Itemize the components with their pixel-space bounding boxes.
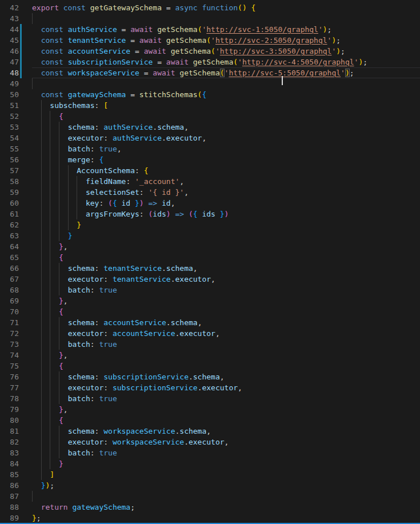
line-number[interactable]: 55 bbox=[0, 143, 32, 154]
code-line[interactable]: 68 batch: true bbox=[0, 285, 420, 295]
code-line[interactable]: 49 bbox=[0, 78, 420, 89]
code-line-content[interactable]: }); bbox=[32, 480, 420, 491]
code-line-content[interactable]: { bbox=[32, 415, 420, 426]
line-number[interactable]: 84 bbox=[0, 458, 32, 469]
line-number[interactable]: 50 bbox=[0, 89, 32, 100]
line-number[interactable]: 46 bbox=[0, 46, 32, 57]
code-line[interactable]: 73 batch: true bbox=[0, 339, 420, 350]
code-line-content[interactable]: key: ({ id }) => id, bbox=[32, 198, 420, 209]
line-number[interactable]: 63 bbox=[0, 230, 32, 241]
code-line[interactable]: 46 const accountService = await getSchem… bbox=[0, 46, 420, 57]
line-number[interactable]: 71 bbox=[0, 317, 32, 328]
line-number[interactable]: 88 bbox=[0, 502, 32, 513]
code-line-content[interactable]: } bbox=[32, 219, 420, 230]
line-number[interactable]: 72 bbox=[0, 328, 32, 339]
code-line-content[interactable]: const authService = await getSchema('htt… bbox=[32, 24, 420, 35]
code-line[interactable]: 81 schema: workspaceService.schema, bbox=[0, 426, 420, 437]
code-line[interactable]: 66 schema: tenantService.schema, bbox=[0, 263, 420, 274]
code-line-content[interactable]: batch: true bbox=[32, 285, 420, 295]
code-line[interactable]: 59 selectionSet: '{ id }', bbox=[0, 187, 420, 198]
code-line-content[interactable]: fieldName: '_account', bbox=[32, 176, 420, 187]
code-line[interactable]: 70 { bbox=[0, 306, 420, 317]
line-number[interactable]: 80 bbox=[0, 415, 32, 426]
code-line[interactable]: 72 executor: accountService.executor, bbox=[0, 328, 420, 339]
code-line-content[interactable]: { bbox=[32, 361, 420, 371]
line-number[interactable]: 48 bbox=[0, 67, 32, 78]
code-line-content[interactable]: executor: tenantService.executor, bbox=[32, 274, 420, 285]
code-editor[interactable]: 42export const getGatewaySchema = async … bbox=[0, 0, 420, 524]
code-line[interactable]: 83 batch: true bbox=[0, 447, 420, 458]
code-line[interactable]: 69 }, bbox=[0, 295, 420, 306]
code-line-content[interactable]: argsFromKeys: (ids) => ({ ids }) bbox=[32, 209, 420, 219]
code-line-content[interactable]: const accountService = await getSchema('… bbox=[32, 46, 420, 57]
code-line-content[interactable] bbox=[32, 78, 420, 89]
line-number[interactable]: 78 bbox=[0, 393, 32, 404]
code-line[interactable]: 65 { bbox=[0, 252, 420, 263]
line-number[interactable]: 79 bbox=[0, 404, 32, 415]
code-line-content[interactable]: executor: accountService.executor, bbox=[32, 328, 420, 339]
line-number[interactable]: 43 bbox=[0, 13, 32, 24]
line-number[interactable]: 56 bbox=[0, 154, 32, 165]
code-line-content[interactable]: executor: workspaceService.executor, bbox=[32, 437, 420, 447]
code-line-content[interactable]: merge: { bbox=[32, 154, 420, 165]
code-line-content[interactable]: ] bbox=[32, 469, 420, 480]
code-line[interactable]: 52 { bbox=[0, 111, 420, 122]
code-line[interactable]: 48 const workspaceService = await getSch… bbox=[0, 67, 420, 78]
code-line[interactable]: 42export const getGatewaySchema = async … bbox=[0, 2, 420, 13]
line-number[interactable]: 68 bbox=[0, 285, 32, 295]
code-line[interactable]: 71 schema: accountService.schema, bbox=[0, 317, 420, 328]
line-number[interactable]: 61 bbox=[0, 209, 32, 219]
line-number[interactable]: 52 bbox=[0, 111, 32, 122]
line-number[interactable]: 49 bbox=[0, 78, 32, 89]
line-number[interactable]: 59 bbox=[0, 187, 32, 198]
line-number[interactable]: 76 bbox=[0, 371, 32, 382]
line-number[interactable]: 53 bbox=[0, 122, 32, 133]
code-line-content[interactable]: executor: subscriptionService.executor, bbox=[32, 382, 420, 393]
code-line[interactable]: 89}; bbox=[0, 513, 420, 523]
code-line-content[interactable]: const gatewaySchema = stitchSchemas({ bbox=[32, 89, 420, 100]
code-line[interactable]: 43 bbox=[0, 13, 420, 24]
code-line-content[interactable]: schema: tenantService.schema, bbox=[32, 263, 420, 274]
line-number[interactable]: 81 bbox=[0, 426, 32, 437]
line-number[interactable]: 73 bbox=[0, 339, 32, 350]
line-number[interactable]: 44 bbox=[0, 24, 32, 35]
line-number[interactable]: 42 bbox=[0, 2, 32, 13]
code-line[interactable]: 74 }, bbox=[0, 350, 420, 361]
line-number[interactable]: 69 bbox=[0, 295, 32, 306]
code-line[interactable]: 45 const tenantService = await getSchema… bbox=[0, 35, 420, 46]
code-line[interactable]: 47 const subscriptionService = await get… bbox=[0, 57, 420, 67]
line-number[interactable]: 65 bbox=[0, 252, 32, 263]
line-number[interactable]: 87 bbox=[0, 491, 32, 502]
line-number[interactable]: 86 bbox=[0, 480, 32, 491]
code-line-content[interactable]: }, bbox=[32, 241, 420, 252]
line-number[interactable]: 57 bbox=[0, 165, 32, 176]
code-line-content[interactable]: export const getGatewaySchema = async fu… bbox=[32, 2, 420, 13]
code-line[interactable]: 61 argsFromKeys: (ids) => ({ ids }) bbox=[0, 209, 420, 219]
code-line[interactable]: 60 key: ({ id }) => id, bbox=[0, 198, 420, 209]
code-line-content[interactable] bbox=[32, 13, 420, 24]
code-line[interactable]: 85 ] bbox=[0, 469, 420, 480]
code-line-content[interactable]: }, bbox=[32, 404, 420, 415]
line-number[interactable]: 47 bbox=[0, 57, 32, 67]
code-line[interactable]: 54 executor: authService.executor, bbox=[0, 133, 420, 143]
code-line-content[interactable]: batch: true bbox=[32, 339, 420, 350]
line-number[interactable]: 85 bbox=[0, 469, 32, 480]
code-line[interactable]: 67 executor: tenantService.executor, bbox=[0, 274, 420, 285]
code-line-content[interactable]: const tenantService = await getSchema('h… bbox=[32, 35, 420, 46]
code-line[interactable]: 50 const gatewaySchema = stitchSchemas({ bbox=[0, 89, 420, 100]
code-line-content[interactable]: return gatewaySchema; bbox=[32, 502, 420, 513]
code-line[interactable]: 62 } bbox=[0, 219, 420, 230]
code-line-content[interactable]: { bbox=[32, 111, 420, 122]
code-line-content[interactable]: { bbox=[32, 306, 420, 317]
code-line[interactable]: 86 }); bbox=[0, 480, 420, 491]
line-number[interactable]: 77 bbox=[0, 382, 32, 393]
line-number[interactable]: 89 bbox=[0, 513, 32, 523]
code-line-content[interactable]: schema: accountService.schema, bbox=[32, 317, 420, 328]
code-line-content[interactable]: } bbox=[32, 230, 420, 241]
code-line-content[interactable]: AccountSchema: { bbox=[32, 165, 420, 176]
code-line-content[interactable]: batch: true bbox=[32, 447, 420, 458]
code-line[interactable]: 57 AccountSchema: { bbox=[0, 165, 420, 176]
code-line-content[interactable]: subschemas: [ bbox=[32, 100, 420, 111]
code-line[interactable]: 79 }, bbox=[0, 404, 420, 415]
code-line-content[interactable]: schema: subscriptionService.schema, bbox=[32, 371, 420, 382]
